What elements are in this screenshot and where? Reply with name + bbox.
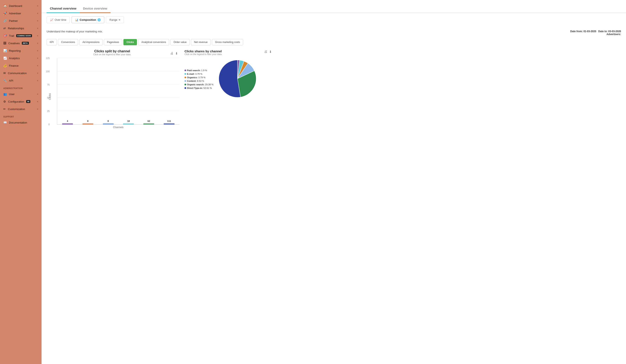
- pie-chart-print-icon[interactable]: 🖨: [264, 50, 267, 54]
- bar-group-0[interactable]: 4: [59, 124, 76, 124]
- sidebar-item-advertiser[interactable]: 🚀 Advertiser <: [0, 9, 41, 17]
- date-from-label: Date from:: [570, 30, 583, 33]
- legend-item-2[interactable]: Organics: 3.79 %: [185, 76, 213, 79]
- sidebar-item-dashboard[interactable]: 🏠 Dashboard <: [0, 2, 41, 9]
- chevron-icon-configuration: <: [37, 101, 38, 103]
- sidebar-item-configuration[interactable]: ⚙ Configuration 66 <: [0, 98, 41, 105]
- sidebar-item-api[interactable]: 🔧 API <: [0, 77, 41, 84]
- tab-bar: Channel overview Device overview: [41, 4, 626, 13]
- sidebar-item-reporting[interactable]: 📊 Reporting <: [0, 47, 41, 54]
- icon-relationships: ⇄: [3, 27, 6, 30]
- sidebar-item-communication[interactable]: ✉ Communication <: [0, 69, 41, 77]
- bar-3: 18: [123, 124, 134, 124]
- pie-area: Paid search: 1.9 %E-mail: 3.79 %Organics…: [185, 58, 272, 100]
- bar-group-4[interactable]: 62: [140, 124, 157, 124]
- legend-item-5[interactable]: Direct Type-in: 52.61 %: [185, 87, 213, 89]
- legend-dot-1: [185, 73, 186, 75]
- badge-trail: COMING SOON: [16, 34, 32, 37]
- chevron-icon-creatives: <: [37, 42, 38, 44]
- icon-api: 🔧: [3, 79, 7, 82]
- bar-group-5[interactable]: 111: [161, 124, 177, 124]
- chevron-icon-reporting: <: [37, 50, 38, 52]
- bar-label-0: 4: [67, 120, 68, 122]
- kpi-btn-gross_marketing_costs[interactable]: Gross marketing costs: [212, 39, 243, 45]
- icon-customization: ✏: [3, 107, 6, 111]
- legend-item-0[interactable]: Paid search: 1.9 %: [185, 69, 213, 72]
- composition-icon: 📊: [75, 18, 78, 21]
- pie-chart-download-icon[interactable]: ⬇: [269, 50, 272, 54]
- bar-chart-print-icon[interactable]: 🖨: [170, 51, 173, 55]
- bar-label-4: 62: [148, 120, 150, 122]
- subtab-bar: 📈 Over time 📊 Composition 🌐 Range ≡: [41, 13, 626, 27]
- chevron-icon-partner: <: [37, 20, 38, 22]
- chevron-icon-customization: <: [37, 108, 38, 110]
- y-tick-50: 50: [47, 97, 50, 99]
- sidebar-item-creatives[interactable]: 🖼 Creatives BETA <: [0, 39, 41, 47]
- legend-dot-0: [185, 70, 186, 71]
- label-communication: Communication: [8, 72, 27, 75]
- sidebar-item-analytics[interactable]: 📈 Analytics <: [0, 54, 41, 62]
- chevron-icon-analytics: <: [37, 57, 38, 59]
- support-section-label: SUPPORT: [0, 113, 41, 119]
- legend-item-4[interactable]: Organic search: 29.38 %: [185, 83, 213, 86]
- sidebar-item-customization[interactable]: ✏ Customization <: [0, 105, 41, 113]
- sidebar-item-trail[interactable]: 🎯 Trail COMING SOON <: [0, 32, 41, 39]
- kpi-btn-conversions[interactable]: Conversions: [58, 39, 78, 45]
- legend-item-1[interactable]: E-mail: 3.79 %: [185, 73, 213, 75]
- legend-dot-3: [185, 80, 186, 82]
- bar-0: 4: [62, 124, 73, 124]
- y-tick-25: 25: [47, 110, 50, 112]
- pie-chart-title: Clicks shares by channel: [185, 49, 222, 53]
- kpi-btn-order_value[interactable]: Order value: [170, 39, 190, 45]
- chevron-icon-user: <: [37, 93, 38, 95]
- sidebar-item-partner[interactable]: 🔗 Partner <: [0, 17, 41, 25]
- chevron-icon-dashboard: <: [37, 5, 38, 7]
- sidebar-item-documentation[interactable]: 📖 Documentation: [0, 119, 41, 126]
- subtab-range-label: Range: [110, 18, 117, 21]
- label-finance: Finance: [9, 64, 18, 67]
- label-creatives: Creatives: [8, 42, 20, 45]
- chevron-icon-communication: <: [37, 72, 38, 74]
- bar-group-2[interactable]: 8: [100, 124, 117, 124]
- content-area: Understand the makeup of your marketing …: [41, 27, 626, 138]
- kpi-btn-net_revenue[interactable]: Net revenue: [191, 39, 211, 45]
- kpi-btn-pageviews[interactable]: Pageviews: [104, 39, 122, 45]
- overtime-icon: 📈: [50, 18, 53, 21]
- legend-item-3[interactable]: Content: 8.53 %: [185, 80, 213, 82]
- subtab-overtime[interactable]: 📈 Over time: [46, 16, 70, 23]
- sidebar-item-user[interactable]: 👥 User <: [0, 90, 41, 98]
- kpi-btn-analytical_conversions[interactable]: Analytical conversions: [138, 39, 169, 45]
- kpi-btn-clicks[interactable]: Clicks: [123, 39, 137, 45]
- legend-dot-4: [185, 84, 186, 85]
- pie-segment-5[interactable]: [219, 60, 241, 97]
- tab-channel-overview[interactable]: Channel overview: [46, 4, 80, 13]
- label-dashboard: Dashboard: [9, 4, 22, 7]
- subtab-range[interactable]: Range ≡: [106, 16, 124, 23]
- y-tick-0: 0: [48, 123, 50, 126]
- bar-group-3[interactable]: 18: [120, 124, 137, 124]
- bar-4: 62: [143, 124, 154, 124]
- kpi-btn-kpi[interactable]: KPI: [46, 39, 57, 45]
- bar-chart-download-icon[interactable]: ⬇: [175, 51, 178, 55]
- subtab-composition[interactable]: 📊 Composition 🌐: [72, 16, 104, 23]
- bar-group-1[interactable]: 8: [79, 124, 96, 124]
- tab-device-overview[interactable]: Device overview: [80, 4, 111, 13]
- grid-line-50: [57, 98, 180, 98]
- badge-configuration: 66: [26, 100, 30, 103]
- icon-communication: ✉: [3, 72, 6, 75]
- legend-dot-5: [185, 87, 186, 89]
- label-advertiser: Advertiser: [9, 12, 21, 15]
- pie-chart-subtitle: Click on the legend to filter your data.: [185, 53, 222, 55]
- icon-advertiser: 🚀: [3, 12, 7, 15]
- icon-finance: 💰: [3, 64, 7, 67]
- bar-chart-container: Clicks split by channel Click on the leg…: [46, 49, 180, 135]
- x-axis-label: Channels: [57, 126, 180, 129]
- sidebar-item-finance[interactable]: 💰 Finance <: [0, 62, 41, 69]
- kpi-bar: KPIConversionsAd impressionsPageviewsCli…: [46, 39, 621, 45]
- label-trail: Trail: [9, 34, 14, 37]
- chevron-icon-advertiser: <: [37, 12, 38, 15]
- kpi-btn-ad_impressions[interactable]: Ad impressions: [79, 39, 103, 45]
- sidebar-item-relationships[interactable]: ⇄ Relationships <: [0, 25, 41, 32]
- chevron-icon-api: <: [37, 79, 38, 82]
- content-description: Understand the makeup of your marketing …: [46, 30, 103, 33]
